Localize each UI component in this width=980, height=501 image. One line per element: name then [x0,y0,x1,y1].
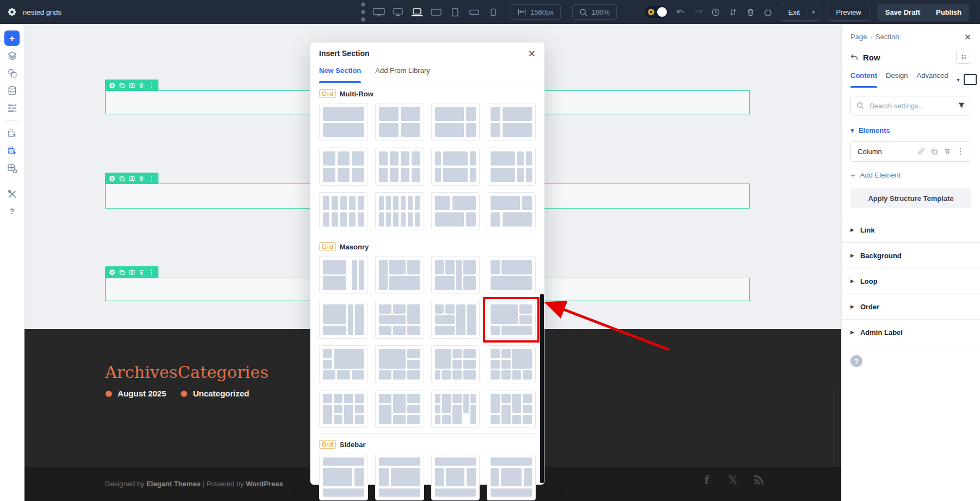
filter-funnel-icon[interactable] [958,102,965,109]
layout-thumbnail[interactable] [319,301,368,339]
accordion-section-loop[interactable]: ▶Loop [842,268,980,294]
canvas-scrollbar[interactable] [832,386,835,466]
phone-landscape-icon[interactable] [468,8,480,17]
accordion-section-background[interactable]: ▶Background [842,242,980,268]
builder-mode-toggle[interactable] [645,6,668,18]
ellipsis-icon[interactable] [148,82,155,89]
layout-thumbnail[interactable] [431,454,480,500]
back-arrow-icon[interactable] [850,54,858,60]
module-settings-icon[interactable] [4,161,20,176]
insert-module-active-icon[interactable] [4,143,20,158]
gear-icon[interactable] [109,269,115,276]
wireframe-icon[interactable] [4,100,20,115]
modal-scrollbar[interactable] [540,294,544,483]
insert-module-icon[interactable] [4,126,20,141]
database-icon[interactable] [4,83,20,98]
layout-thumbnail[interactable] [431,345,480,383]
edit-icon[interactable] [917,148,925,155]
x-icon[interactable]: 𝕏 [727,474,739,486]
close-icon[interactable]: × [964,32,971,42]
layout-view-icon[interactable] [964,74,977,85]
layout-thumbnail[interactable] [375,148,424,186]
desktop-icon[interactable] [392,8,404,17]
chevron-down-icon[interactable]: ▾ [957,77,959,83]
layout-thumbnail[interactable] [319,454,368,500]
elements-group-toggle[interactable]: ▼ Elements [850,126,971,135]
apply-structure-template-button[interactable]: Apply Structure Template [850,188,971,208]
add-icon[interactable]: + [4,30,20,46]
canvas-zoom-control[interactable]: 100% [572,4,617,20]
trash-icon[interactable] [746,8,755,17]
columns-icon[interactable] [128,175,135,182]
help-icon[interactable]: ? [4,204,20,219]
layout-thumbnail[interactable] [375,192,424,230]
accordion-section-admin-label[interactable]: ▶Admin Label [842,319,980,345]
columns-icon[interactable] [128,82,135,89]
close-icon[interactable]: × [528,48,536,59]
trash-icon[interactable] [138,82,145,89]
save-draft-button[interactable]: Save Draft [878,4,928,21]
redo-icon[interactable] [694,8,703,17]
canvas-width-control[interactable]: 1560px [511,4,561,20]
layout-thumbnail[interactable] [431,390,480,428]
duplicate-icon[interactable] [119,175,125,182]
exit-button[interactable]: Exit [781,4,807,20]
publish-button[interactable]: Publish [928,4,969,21]
ellipsis-icon[interactable] [957,148,964,155]
phone-icon[interactable] [487,8,499,17]
layout-thumbnail[interactable] [375,390,424,428]
layout-thumbnail[interactable] [431,192,480,230]
layout-thumbnail[interactable] [319,256,368,294]
trash-icon[interactable] [944,148,951,155]
layout-thumbnail[interactable] [319,148,368,186]
layout-thumbnail[interactable] [487,345,536,383]
facebook-icon[interactable]: f [701,474,713,486]
layout-thumbnail[interactable] [431,256,480,294]
layout-thumbnail[interactable] [431,301,480,339]
panel-tab-design[interactable]: Design [886,71,908,88]
help-icon[interactable]: ? [850,355,862,367]
layout-thumbnail[interactable] [431,148,480,186]
layers-icon[interactable] [4,48,20,63]
rss-icon[interactable] [753,474,765,486]
undo-icon[interactable] [676,8,685,17]
duplicate-icon[interactable] [119,269,125,276]
layout-thumbnail[interactable] [319,345,368,383]
tablet-landscape-icon[interactable] [430,8,442,17]
layout-thumbnail[interactable] [431,103,480,141]
layout-thumbnail[interactable] [487,148,536,186]
layout-thumbnail[interactable] [487,256,536,294]
dock-panel-button[interactable] [956,51,971,64]
ellipsis-icon[interactable] [148,269,155,276]
design-presets-icon[interactable] [4,65,20,81]
layout-thumbnail[interactable] [375,103,424,141]
gear-icon[interactable] [109,175,115,182]
modal-tab-new-section[interactable]: New Section [319,64,361,83]
exit-dropdown-caret[interactable]: ▾ [807,4,819,20]
layout-thumbnail[interactable] [375,256,424,294]
columns-icon[interactable] [128,269,135,276]
layout-thumbnail[interactable] [487,301,536,339]
history-icon[interactable] [711,8,720,17]
layout-thumbnail[interactable] [375,345,424,383]
layout-thumbnail[interactable] [375,301,424,339]
power-icon[interactable] [763,8,773,17]
layout-thumbnail[interactable] [319,103,368,141]
view-options-icon[interactable] [360,1,366,23]
desktop-large-icon[interactable] [373,8,385,17]
layout-thumbnail[interactable] [487,192,536,230]
accordion-section-order[interactable]: ▶Order [842,294,980,319]
breadcrumb-item[interactable]: Section [875,33,899,41]
layout-thumbnail[interactable] [319,390,368,428]
panel-tab-advanced[interactable]: Advanced [917,71,948,88]
trash-icon[interactable] [138,269,145,276]
footer-link-item[interactable]: ●August 2025 [105,388,166,398]
add-element-button[interactable]: + Add Element [850,170,971,180]
duplicate-icon[interactable] [930,148,938,155]
layout-thumbnail[interactable] [319,192,368,230]
layout-thumbnail[interactable] [487,454,536,500]
layout-thumbnail[interactable] [487,103,536,141]
tablet-icon[interactable] [449,8,461,17]
gear-icon[interactable] [109,82,115,89]
duplicate-icon[interactable] [119,82,125,89]
